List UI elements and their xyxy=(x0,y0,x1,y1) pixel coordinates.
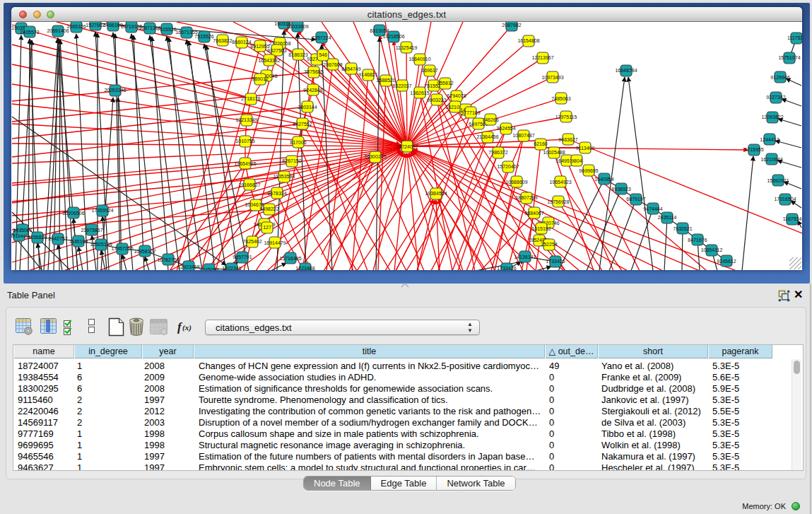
svg-text:8471676: 8471676 xyxy=(688,238,707,243)
svg-text:1145194: 1145194 xyxy=(69,239,88,244)
svg-text:12093822: 12093822 xyxy=(761,115,783,119)
svg-text:8267150: 8267150 xyxy=(282,158,301,163)
svg-text:989012: 989012 xyxy=(252,76,268,81)
svg-text:19654923: 19654923 xyxy=(549,180,571,185)
svg-text:16914479: 16914479 xyxy=(264,240,286,245)
svg-text:1362615: 1362615 xyxy=(410,90,429,95)
svg-text:9657791: 9657791 xyxy=(233,255,252,259)
svg-text:1167534: 1167534 xyxy=(783,216,802,221)
svg-text:19654985: 19654985 xyxy=(234,161,256,166)
svg-text:16154808: 16154808 xyxy=(517,38,539,43)
svg-text:7515526: 7515526 xyxy=(157,27,176,32)
svg-text:11353594: 11353594 xyxy=(273,174,295,179)
svg-text:2803144: 2803144 xyxy=(298,105,317,110)
svg-text:62160: 62160 xyxy=(534,141,548,146)
svg-text:1435061: 1435061 xyxy=(13,228,32,233)
svg-text:10654112: 10654112 xyxy=(701,247,723,252)
svg-text:1010755: 1010755 xyxy=(235,139,254,144)
svg-text:20053346: 20053346 xyxy=(104,88,126,93)
svg-text:9463627: 9463627 xyxy=(558,137,577,142)
svg-text:20691406: 20691406 xyxy=(47,28,69,33)
svg-text:9129946: 9129946 xyxy=(770,75,789,80)
svg-text:8427552: 8427552 xyxy=(293,122,312,127)
svg-text:10688609: 10688609 xyxy=(505,180,527,185)
svg-text:8678334: 8678334 xyxy=(267,191,286,196)
svg-text:7515526: 7515526 xyxy=(194,34,213,39)
svg-text:12213967: 12213967 xyxy=(531,55,553,60)
svg-text:7986372: 7986372 xyxy=(488,150,507,155)
svg-text:8813054: 8813054 xyxy=(370,28,389,33)
svg-text:546: 546 xyxy=(319,52,327,57)
svg-text:5215955: 5215955 xyxy=(744,147,763,152)
svg-text:23975867: 23975867 xyxy=(81,228,102,233)
svg-text:19384554: 19384554 xyxy=(425,191,447,196)
svg-text:1156829: 1156829 xyxy=(28,235,47,240)
svg-text:1065326: 1065326 xyxy=(66,24,86,29)
svg-text:3624554: 3624554 xyxy=(496,126,515,131)
svg-text:9113400: 9113400 xyxy=(576,146,595,151)
svg-text:3875685: 3875685 xyxy=(304,69,323,74)
svg-text:252254: 252254 xyxy=(541,242,557,247)
svg-text:9884067: 9884067 xyxy=(524,211,543,216)
svg-text:1615192: 1615192 xyxy=(531,226,551,231)
svg-text:8186323: 8186323 xyxy=(288,52,307,57)
svg-text:2435114: 2435114 xyxy=(658,215,677,220)
svg-text:9699695: 9699695 xyxy=(579,168,598,173)
svg-text:7357224: 7357224 xyxy=(312,35,331,40)
svg-text:16648784: 16648784 xyxy=(615,68,637,73)
svg-text:8454749: 8454749 xyxy=(341,66,360,71)
svg-text:746266: 746266 xyxy=(482,117,498,122)
svg-text:17359924: 17359924 xyxy=(91,208,113,213)
svg-text:9777169: 9777169 xyxy=(461,110,480,115)
svg-text:7625402: 7625402 xyxy=(242,239,261,244)
svg-text:10958107: 10958107 xyxy=(134,249,155,254)
svg-text:9146821: 9146821 xyxy=(358,72,377,77)
svg-text:1733426: 1733426 xyxy=(546,259,565,264)
svg-text:2718176: 2718176 xyxy=(241,96,260,101)
svg-text:6879197: 6879197 xyxy=(626,197,645,201)
svg-text:12923468: 12923468 xyxy=(177,264,199,269)
svg-text:11325419: 11325419 xyxy=(396,45,418,50)
svg-text:9327503: 9327503 xyxy=(267,48,286,53)
svg-text:21364456: 21364456 xyxy=(476,134,498,139)
svg-text:1117534: 1117534 xyxy=(787,35,802,40)
svg-text:2342757: 2342757 xyxy=(48,236,67,241)
svg-text:10025488: 10025488 xyxy=(543,150,565,155)
svg-text:1244413: 1244413 xyxy=(760,137,779,142)
svg-text:7663822: 7663822 xyxy=(213,38,232,43)
svg-text:169617: 169617 xyxy=(421,68,437,73)
svg-text:16210643: 16210643 xyxy=(760,157,782,162)
svg-text:26300275: 26300275 xyxy=(364,154,386,159)
svg-text:15716485: 15716485 xyxy=(279,256,301,261)
svg-text:17957255: 17957255 xyxy=(111,246,133,251)
svg-text:955812: 955812 xyxy=(437,81,453,86)
svg-text:10807487: 10807487 xyxy=(512,133,534,138)
svg-text:8938923: 8938923 xyxy=(611,187,630,192)
svg-text:15751074: 15751074 xyxy=(778,55,800,60)
svg-text:1640954: 1640954 xyxy=(594,177,613,182)
svg-text:17016504: 17016504 xyxy=(774,197,796,201)
svg-text:12505135: 12505135 xyxy=(90,242,112,247)
svg-text:8660124: 8660124 xyxy=(232,40,251,45)
svg-text:10973493: 10973493 xyxy=(541,75,563,80)
svg-text:1022346: 1022346 xyxy=(222,266,241,270)
svg-text:9227342: 9227342 xyxy=(766,95,785,100)
svg-text:2087682: 2087682 xyxy=(502,23,521,28)
svg-text:7485063: 7485063 xyxy=(551,96,570,101)
svg-text:17975115: 17975115 xyxy=(555,115,577,119)
svg-text:18807289: 18807289 xyxy=(515,195,537,200)
svg-text:2867608: 2867608 xyxy=(323,62,342,67)
svg-text:16543382: 16543382 xyxy=(258,58,280,63)
svg-text:127: 127 xyxy=(263,225,271,230)
svg-text:16640910: 16640910 xyxy=(408,57,430,62)
svg-text:15692971: 15692971 xyxy=(767,178,789,183)
svg-text:8322037: 8322037 xyxy=(392,83,411,88)
svg-text:9245612: 9245612 xyxy=(717,259,736,264)
svg-text:6794078: 6794078 xyxy=(447,93,466,98)
svg-text:7632621: 7632621 xyxy=(673,226,692,231)
svg-text:12213349: 12213349 xyxy=(235,117,257,122)
svg-text:19756928: 19756928 xyxy=(547,199,569,204)
svg-text:15720407: 15720407 xyxy=(497,164,519,169)
svg-text:1733426: 1733426 xyxy=(497,266,516,270)
svg-text:18724007: 18724007 xyxy=(396,144,418,149)
